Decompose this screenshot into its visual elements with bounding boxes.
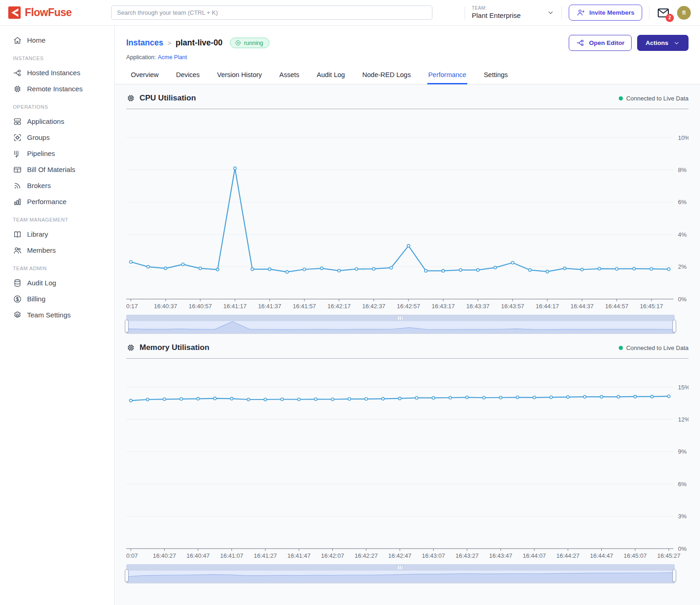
memory-minimap	[126, 571, 675, 581]
performance-content: CPU Utilisation Connected to Live Data 0…	[115, 84, 700, 593]
breadcrumb-instances-link[interactable]: Instances	[126, 38, 163, 48]
svg-text:16:42:47: 16:42:47	[388, 552, 412, 559]
section-divider	[126, 109, 689, 109]
memory-range-slider-track	[126, 581, 675, 583]
svg-text:16:44:27: 16:44:27	[556, 552, 580, 559]
bill-of-materials-icon	[13, 165, 22, 174]
sidebar-item-applications[interactable]: Applications	[0, 113, 114, 129]
sidebar-item-performance[interactable]: Performance	[0, 194, 114, 210]
svg-text:16:44:17: 16:44:17	[536, 303, 559, 309]
sidebar-item-remote-instances[interactable]: Remote Instances	[0, 81, 114, 97]
tab-devices[interactable]: Devices	[175, 67, 201, 84]
cpu-range-right-handle[interactable]	[672, 320, 676, 333]
sidebar-item-label: Members	[27, 246, 56, 254]
brand-name: FlowFuse	[25, 6, 72, 19]
sidebar-item-bill-of-materials[interactable]: Bill Of Materials	[0, 161, 114, 178]
header-divider	[649, 6, 650, 19]
tab-audit-log[interactable]: Audit Log	[316, 67, 346, 84]
memory-live-status: Connected to Live Data	[619, 344, 689, 351]
svg-text:16:41:27: 16:41:27	[254, 552, 277, 559]
svg-text:9%: 9%	[678, 448, 687, 455]
sidebar-section-title: TEAM ADMIN	[0, 266, 114, 271]
svg-text:16:44:37: 16:44:37	[571, 303, 594, 309]
svg-text:0%: 0%	[678, 296, 687, 303]
memory-chart[interactable]: 0%3%6%9%12%15%0:0716:40:2716:40:4716:41:…	[126, 361, 689, 559]
sidebar-item-billing[interactable]: Billing	[0, 291, 114, 307]
svg-text:12%: 12%	[678, 416, 689, 423]
cpu-range-left-handle[interactable]	[125, 320, 129, 333]
grip-icon	[398, 316, 403, 320]
groups-icon	[13, 133, 22, 142]
editor-icon	[576, 39, 585, 47]
cpu-live-status-label: Connected to Live Data	[626, 95, 689, 102]
tab-node-red-logs[interactable]: Node-RED Logs	[361, 67, 412, 84]
tab-settings[interactable]: Settings	[483, 67, 509, 84]
play-circle-icon	[235, 39, 241, 46]
application-label: Application:	[126, 54, 156, 61]
sidebar-item-home[interactable]: Home	[0, 32, 114, 48]
search-input[interactable]	[111, 6, 432, 20]
tab-assets[interactable]: Assets	[279, 67, 301, 84]
svg-text:16:43:27: 16:43:27	[455, 552, 479, 559]
team-label: TEAM:	[472, 5, 540, 11]
sidebar: HomeINSTANCESHosted InstancesRemote Inst…	[0, 26, 115, 605]
person-plus-icon	[577, 8, 585, 17]
tab-performance[interactable]: Performance	[427, 67, 467, 84]
invite-members-button[interactable]: Invite Members	[569, 5, 642, 21]
open-editor-button[interactable]: Open Editor	[569, 35, 632, 51]
application-link[interactable]: Acme Plant	[158, 54, 187, 61]
svg-text:16:40:57: 16:40:57	[189, 303, 212, 309]
memory-range-right-handle[interactable]	[672, 569, 676, 582]
sidebar-item-groups[interactable]: Groups	[0, 129, 114, 145]
notifications-button[interactable]: 2	[656, 6, 670, 20]
cpu-section-title: CPU Utilisation	[140, 94, 196, 103]
status-badge-label: running	[244, 40, 263, 46]
memory-range-slider[interactable]	[126, 564, 675, 583]
sidebar-item-label: Applications	[27, 117, 64, 125]
tab-version-history[interactable]: Version History	[216, 67, 263, 84]
sidebar-item-brokers[interactable]: Brokers	[0, 178, 114, 194]
cpu-range-slider[interactable]	[126, 315, 675, 334]
sidebar-item-team-settings[interactable]: Team Settings	[0, 307, 114, 323]
tab-overview[interactable]: Overview	[130, 67, 159, 84]
notification-badge: 2	[666, 14, 674, 22]
svg-text:16:41:17: 16:41:17	[224, 303, 247, 309]
brokers-icon	[13, 181, 22, 190]
cpu-range-slider-bar[interactable]	[126, 315, 675, 321]
cpu-chart[interactable]: 0%2%4%6%8%10%0:1716:40:3716:40:5716:41:1…	[126, 112, 689, 309]
status-badge: running	[230, 38, 270, 48]
svg-text:6%: 6%	[678, 481, 687, 488]
svg-text:16:41:57: 16:41:57	[293, 303, 316, 309]
svg-text:8%: 8%	[678, 167, 687, 173]
svg-text:15%: 15%	[678, 384, 689, 391]
flowfuse-logo[interactable]: FlowFuse	[0, 6, 111, 19]
actions-label: Actions	[645, 39, 668, 46]
svg-text:16:40:27: 16:40:27	[153, 552, 176, 559]
home-icon	[13, 36, 22, 45]
actions-button[interactable]: Actions	[637, 35, 689, 51]
svg-text:0:07: 0:07	[126, 552, 138, 559]
chevron-down-icon	[673, 39, 680, 47]
billing-icon	[13, 294, 22, 304]
sidebar-item-members[interactable]: Members	[0, 242, 114, 258]
app-root: FlowFuse TEAM: Plant Enterprise Invite M…	[0, 0, 700, 605]
memory-range-left-handle[interactable]	[125, 569, 129, 582]
svg-text:16:40:37: 16:40:37	[154, 303, 177, 309]
team-selector[interactable]: TEAM: Plant Enterprise	[472, 5, 540, 20]
sidebar-item-label: Brokers	[27, 182, 51, 189]
instance-name: plant-live-00	[176, 38, 223, 48]
sidebar-item-library[interactable]: Library	[0, 226, 114, 242]
svg-text:2%: 2%	[678, 263, 687, 270]
memory-range-slider-bar[interactable]	[126, 564, 675, 571]
sidebar-item-label: Bill Of Materials	[27, 166, 75, 173]
svg-text:16:45:07: 16:45:07	[623, 552, 647, 559]
sidebar-item-hosted-instances[interactable]: Hosted Instances	[0, 65, 114, 81]
svg-text:16:40:47: 16:40:47	[186, 552, 210, 559]
user-avatar[interactable]: fl	[677, 6, 691, 20]
sidebar-item-pipelines[interactable]: Pipelines	[0, 145, 114, 161]
sidebar-item-audit-log[interactable]: Audit Log	[0, 275, 114, 291]
svg-text:3%: 3%	[678, 513, 687, 520]
chevron-down-icon[interactable]	[547, 9, 554, 17]
header-divider	[465, 6, 465, 19]
hosted-instances-icon	[13, 68, 22, 78]
